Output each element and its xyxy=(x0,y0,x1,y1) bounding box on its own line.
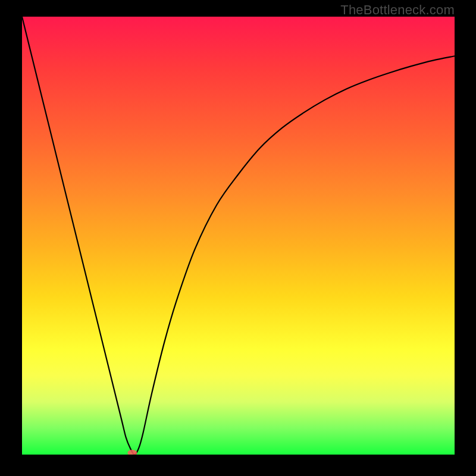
minimum-marker xyxy=(127,450,137,455)
plot-area xyxy=(22,17,455,455)
bottleneck-curve xyxy=(22,17,455,455)
chart-frame: TheBottleneck.com xyxy=(0,0,476,476)
curve-svg xyxy=(22,17,455,455)
watermark-text: TheBottleneck.com xyxy=(340,2,455,18)
